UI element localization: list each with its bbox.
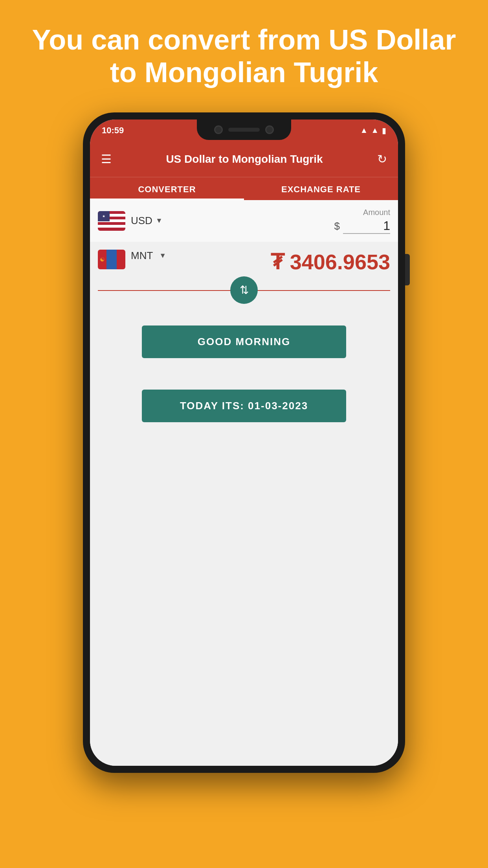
status-time: 10:59 xyxy=(102,125,124,136)
notch xyxy=(197,120,291,140)
swap-button[interactable]: ⇅ xyxy=(230,276,258,304)
power-button xyxy=(405,254,410,285)
mnt-flag: ☯ xyxy=(98,250,125,269)
from-currency-code: USD xyxy=(131,215,152,227)
conversion-result: ₮ 3406.9653 xyxy=(271,250,390,274)
phone-mockup: 10:59 ⚙ 🛡 ☁ ▲ ▲ ▮ ☰ US Dollar to Mo xyxy=(83,112,405,773)
greeting-button[interactable]: GOOD MORNING xyxy=(142,326,346,358)
signal-icon: ▲ xyxy=(371,126,379,135)
swap-arrows-icon: ⇅ xyxy=(240,283,249,296)
usd-flag: ★ xyxy=(98,211,125,231)
tab-converter[interactable]: CONVERTER xyxy=(90,177,244,200)
speaker xyxy=(228,128,260,132)
app-bar: ☰ US Dollar to Mongolian Tugrik ↻ xyxy=(90,142,398,177)
from-currency-row: ★ USD ▼ Amount $ xyxy=(90,200,398,242)
amount-input-row: $ xyxy=(334,219,390,234)
front-sensor xyxy=(265,125,274,134)
from-currency-symbol: $ xyxy=(334,220,340,232)
refresh-button[interactable]: ↻ xyxy=(377,152,387,166)
phone-shell: 10:59 ⚙ 🛡 ☁ ▲ ▲ ▮ ☰ US Dollar to Mo xyxy=(83,112,405,773)
tab-bar: CONVERTER EXCHANGE RATE xyxy=(90,177,398,200)
headline: You can convert from US Dollar to Mongol… xyxy=(0,0,488,108)
tab-exchange-rate[interactable]: EXCHANGE RATE xyxy=(244,177,398,200)
amount-input[interactable] xyxy=(343,219,390,234)
menu-button[interactable]: ☰ xyxy=(101,152,112,166)
front-camera xyxy=(214,125,223,134)
to-currency-row: ☯ MNT ▼ ₮ 3406.9653 xyxy=(90,242,398,278)
wifi-icon: ▲ xyxy=(360,126,368,135)
status-right-icons: ▲ ▲ ▮ xyxy=(360,126,386,135)
swap-area: ⇅ xyxy=(98,278,390,302)
phone-screen: 10:59 ⚙ 🛡 ☁ ▲ ▲ ▮ ☰ US Dollar to Mo xyxy=(90,120,398,766)
from-currency-dropdown[interactable]: ▼ xyxy=(156,217,163,225)
amount-section: Amount $ xyxy=(334,208,390,234)
to-currency-dropdown[interactable]: ▼ xyxy=(159,252,166,260)
date-button[interactable]: TODAY ITS: 01-03-2023 xyxy=(142,390,346,422)
to-currency-code: MNT xyxy=(131,250,153,262)
main-content: ★ USD ▼ Amount $ xyxy=(90,200,398,766)
amount-label: Amount xyxy=(334,208,390,217)
app-title: US Dollar to Mongolian Tugrik xyxy=(112,153,377,166)
battery-icon: ▮ xyxy=(382,126,386,135)
